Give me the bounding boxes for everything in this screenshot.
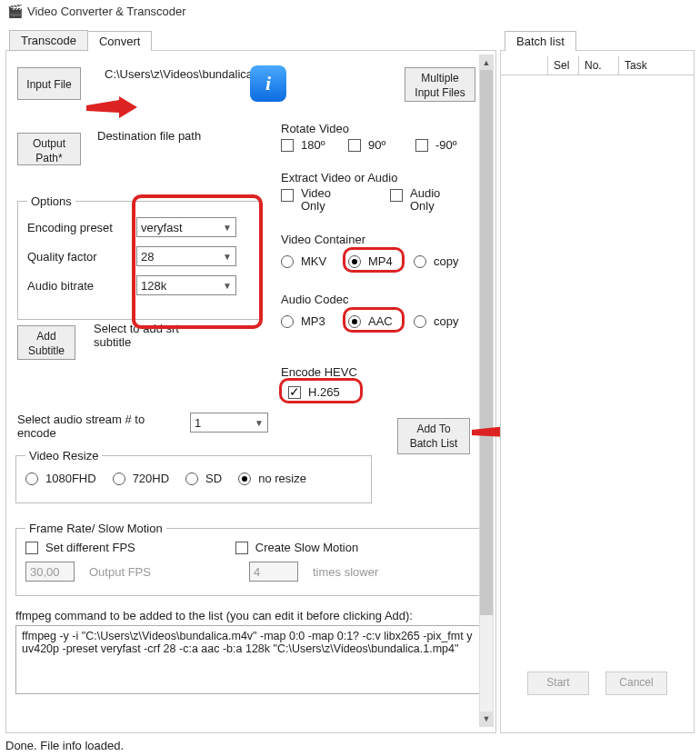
cancel-button[interactable]: Cancel (605, 671, 667, 695)
acodec-aac[interactable]: AAC (348, 314, 393, 328)
extract-audio-only[interactable]: Audio Only (390, 187, 440, 214)
tab-batch-list[interactable]: Batch list (505, 31, 576, 51)
scroll-down-icon[interactable]: ▼ (480, 711, 493, 726)
batch-col-sel[interactable]: Sel (548, 56, 579, 75)
batch-list-body (501, 75, 694, 664)
container-legend: Video Container (281, 233, 365, 246)
options-legend: Options (27, 194, 75, 208)
audio-stream-select[interactable]: 1▼ (190, 413, 268, 433)
subtitle-hint: Select to add srt subtitle (94, 322, 212, 349)
info-icon[interactable]: i (250, 65, 286, 102)
batch-header: Sel No. Task (501, 56, 694, 75)
acodec-copy[interactable]: copy (414, 314, 458, 328)
audio-bitrate-label: Audio bitrate (27, 279, 136, 293)
multiple-input-files-button[interactable]: Multiple Input Files (405, 67, 475, 102)
cmd-textarea[interactable]: ffmpeg -y -i "C:\Users\z\Videos\bundalic… (15, 625, 481, 694)
chevron-down-icon: ▼ (223, 252, 232, 262)
resize-group: Video Resize 1080FHD 720HD SD no resize (15, 449, 372, 503)
encoding-preset-select[interactable]: veryfast▼ (136, 217, 236, 237)
container-mkv[interactable]: MKV (281, 254, 326, 268)
audio-bitrate-value: 128k (141, 279, 166, 293)
window-title: Video Converter & Transcoder (27, 5, 186, 18)
annotation-arrow-input (86, 96, 137, 120)
batch-panel: Sel No. Task Start Cancel (500, 50, 695, 733)
encoding-preset-label: Encoding preset (27, 221, 136, 234)
audio-stream-label: Select audio stream # to encode (17, 413, 172, 440)
cmd-text: ffmpeg -y -i "C:\Users\z\Videos\bundalic… (22, 630, 475, 655)
chevron-down-icon: ▼ (223, 281, 232, 291)
resize-legend: Video Resize (25, 449, 102, 463)
container-mp4[interactable]: MP4 (348, 254, 393, 268)
tab-convert[interactable]: Convert (87, 31, 153, 51)
destination-path-label: Destination file path (97, 129, 201, 143)
audio-bitrate-select[interactable]: 128k▼ (136, 275, 236, 295)
audio-stream-value: 1 (195, 416, 201, 430)
chevron-down-icon: ▼ (223, 223, 232, 233)
fps-hint: Output FPS (89, 565, 235, 579)
quality-factor-label: Quality factor (27, 250, 136, 264)
slow-hint: times slower (313, 565, 378, 579)
hevc-h265[interactable]: H.265 (288, 385, 340, 399)
extract-video-only[interactable]: Video Only (281, 187, 331, 214)
scroll-up-icon[interactable]: ▲ (480, 55, 493, 70)
status-text: Done. File info loaded. (5, 739, 124, 752)
extract-legend: Extract Video or Audio (281, 171, 397, 184)
input-file-button[interactable]: Input File (17, 67, 81, 100)
left-tab-strip: Transcode Convert (9, 29, 151, 51)
start-button[interactable]: Start (527, 671, 589, 695)
hevc-legend: Encode HEVC (281, 365, 357, 379)
slow-factor-input[interactable] (249, 562, 298, 582)
encoding-preset-value: veryfast (141, 221, 183, 234)
convert-panel: Input File C:\Users\z\Videos\bundalica.m… (5, 50, 496, 733)
left-scrollbar[interactable]: ▲ ▼ (479, 55, 494, 727)
rotate-neg90[interactable]: -90º (415, 138, 457, 152)
batch-col-no[interactable]: No. (579, 56, 619, 75)
slow-motion-checkbox[interactable]: Create Slow Motion (235, 541, 358, 554)
titlebar: 🎬 Video Converter & Transcoder (0, 0, 700, 22)
right-tab-strip: Batch list (505, 29, 575, 51)
tab-transcode[interactable]: Transcode (9, 30, 88, 50)
container-copy[interactable]: copy (414, 254, 458, 268)
framerate-legend: Frame Rate/ Slow Motion (25, 522, 166, 535)
acodec-mp3[interactable]: MP3 (281, 314, 325, 328)
batch-col-task[interactable]: Task (619, 56, 694, 75)
input-file-path: C:\Users\z\Videos\bundalica.m4v (105, 67, 241, 81)
status-bar: Done. File info loaded. (0, 735, 700, 756)
fps-input[interactable] (25, 562, 75, 582)
output-path-button[interactable]: Output Path* (17, 133, 81, 165)
resize-720[interactable]: 720HD (113, 472, 169, 485)
chevron-down-icon: ▼ (255, 418, 264, 428)
quality-factor-value: 28 (141, 250, 154, 264)
rotate-legend: Rotate Video (281, 122, 349, 135)
scrollbar-thumb[interactable] (480, 70, 493, 615)
resize-none[interactable]: no resize (238, 472, 306, 485)
acodec-legend: Audio Codec (281, 293, 348, 306)
framerate-group: Frame Rate/ Slow Motion Set different FP… (15, 522, 481, 596)
options-group: Options Encoding preset veryfast▼ Qualit… (17, 194, 261, 320)
resize-1080[interactable]: 1080FHD (25, 472, 96, 485)
cmd-label: ffmpeg command to be added to the list (… (15, 609, 413, 622)
resize-sd[interactable]: SD (185, 472, 222, 485)
app-icon: 🎬 (7, 4, 22, 18)
quality-factor-select[interactable]: 28▼ (136, 246, 236, 266)
rotate-180[interactable]: 180º (281, 138, 325, 152)
rotate-90[interactable]: 90º (348, 138, 385, 152)
add-subtitle-button[interactable]: Add Subtitle (17, 325, 75, 360)
set-fps-checkbox[interactable]: Set different FPS (25, 541, 135, 554)
svg-marker-0 (86, 96, 137, 118)
add-to-batch-button[interactable]: Add To Batch List (397, 418, 470, 454)
